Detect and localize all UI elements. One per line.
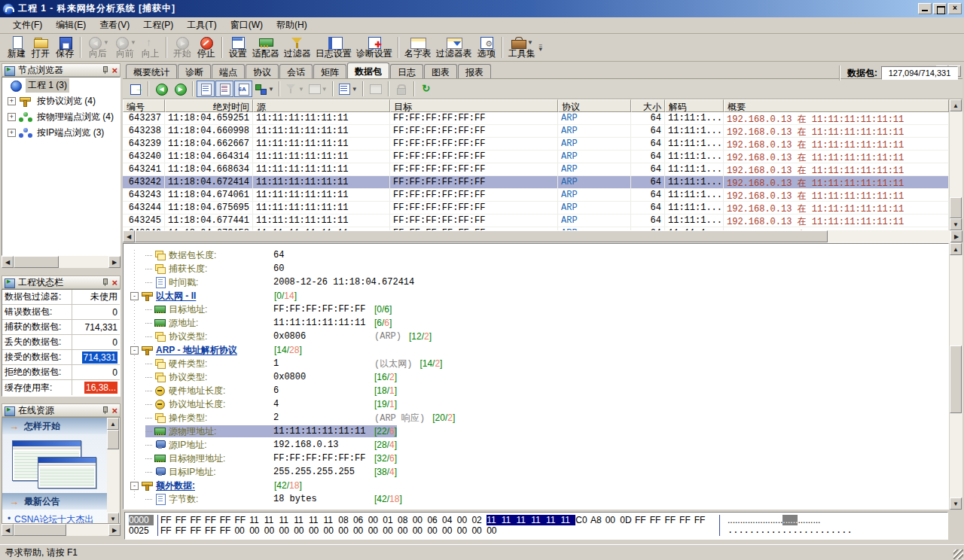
- toolbar-button-up-arrow[interactable]: 向上: [139, 35, 163, 59]
- toolbar-button-settings-window[interactable]: 设置: [226, 35, 250, 59]
- decode-row[interactable]: 协议类型:0x0806(ARP)[12/2]: [130, 330, 948, 343]
- column-header-概要[interactable]: 概要: [724, 99, 949, 112]
- column-header-大小[interactable]: 大小: [631, 99, 665, 112]
- table-row[interactable]: 64324411:18:04.67569511:11:11:11:11:11FF…: [123, 202, 949, 215]
- toolbar-button-forward-arrow[interactable]: ▼向前: [111, 35, 139, 59]
- tab-端点[interactable]: 端点: [212, 64, 245, 78]
- table-row[interactable]: 64324011:18:04.66431411:11:11:11:11:11FF…: [123, 151, 949, 163]
- decode-tree-vscrollbar[interactable]: ▲ ▼: [950, 243, 962, 510]
- menu-item[interactable]: 查看(V): [93, 17, 136, 34]
- column-header-目标[interactable]: 目标: [390, 99, 558, 112]
- node-tree-item[interactable]: 工程 1 (3): [2, 78, 120, 93]
- decode-row[interactable]: -额外数据:[42/18]: [130, 479, 948, 492]
- toolbar-overflow-button[interactable]: ＝ ▼: [538, 36, 548, 59]
- packet-toolbar-display-tree-button[interactable]: ▼: [253, 81, 276, 97]
- menu-item[interactable]: 编辑(E): [49, 17, 93, 34]
- hex-view[interactable]: 0000FFFFFFFFFFFF111111111111080600010800…: [124, 512, 948, 540]
- scroll-down-icon[interactable]: ▼: [107, 513, 119, 524]
- column-header-解码[interactable]: 解码: [665, 99, 724, 112]
- decode-row[interactable]: 源物理地址:11:11:11:11:11:11[22/6]: [130, 425, 948, 438]
- tab-诊断[interactable]: 诊断: [178, 64, 211, 78]
- menu-item[interactable]: 窗口(W): [224, 17, 270, 34]
- toolbar-button-filter-funnel[interactable]: 过滤器: [282, 35, 313, 59]
- decode-row[interactable]: 操作类型:2(ARP 响应)[20/2]: [130, 411, 948, 425]
- table-row[interactable]: 64323911:18:04.66266711:11:11:11:11:11FF…: [123, 138, 949, 151]
- decode-row[interactable]: 源地址:11:11:11:11:11:11[6/6]: [130, 316, 948, 330]
- packet-toolbar-columns-button[interactable]: ▼: [337, 81, 359, 97]
- tab-概要统计[interactable]: 概要统计: [126, 64, 177, 78]
- toolbar-button-start-capture[interactable]: 开始: [170, 35, 194, 59]
- table-row[interactable]: 64324511:18:04.67744111:11:11:11:11:11FF…: [123, 215, 949, 227]
- decode-row[interactable]: 硬件地址长度:6[18/1]: [130, 384, 948, 397]
- toolbar-button-new-document[interactable]: 新建: [5, 35, 29, 59]
- decode-row[interactable]: 目标地址:FF:FF:FF:FF:FF:FF[0/6]: [130, 303, 948, 316]
- toolbar-button-save-floppy[interactable]: 保存: [53, 35, 77, 59]
- resize-grip[interactable]: [953, 549, 963, 559]
- toolbar-button-stop-capture[interactable]: 停止: [194, 35, 218, 59]
- pin-icon[interactable]: [102, 66, 108, 75]
- scroll-up-icon[interactable]: ▲: [950, 243, 962, 255]
- scroll-left-icon[interactable]: ◀: [2, 524, 14, 536]
- tab-图表[interactable]: 图表: [424, 64, 457, 78]
- tab-日志[interactable]: 日志: [390, 64, 423, 78]
- toolbar-button-log-settings[interactable]: 日志设置: [313, 35, 354, 59]
- close-icon[interactable]: ×: [111, 278, 117, 287]
- hex-row[interactable]: 0000FFFFFFFFFFFF111111111111080600010800…: [125, 515, 947, 525]
- decode-row[interactable]: -以太网 - II[0/14]: [130, 289, 948, 303]
- toolbar-button-filter-table[interactable]: 过滤器表: [434, 35, 474, 59]
- packet-toolbar-graph-button[interactable]: [367, 81, 385, 97]
- expand-icon[interactable]: +: [8, 113, 16, 121]
- expand-icon[interactable]: +: [8, 129, 16, 137]
- tab-矩阵[interactable]: 矩阵: [313, 64, 346, 78]
- decode-row[interactable]: -ARP - 地址解析协议[14/28]: [130, 343, 948, 357]
- scroll-right-icon[interactable]: ▶: [108, 524, 120, 536]
- tab-协议[interactable]: 协议: [246, 64, 279, 78]
- tab-会话[interactable]: 会话: [279, 64, 313, 78]
- decode-row[interactable]: 目标IP地址:255.255.255.255[38/4]: [130, 465, 948, 479]
- collapse-icon[interactable]: -: [130, 292, 139, 300]
- hex-row[interactable]: 0025FFFFFFFFFF00000000000000000000000000…: [125, 525, 947, 536]
- expand-icon[interactable]: +: [8, 97, 16, 105]
- collapse-icon[interactable]: -: [130, 482, 139, 490]
- pin-icon[interactable]: [102, 406, 108, 415]
- decode-row[interactable]: 源IP地址:192.168.0.13[28/4]: [130, 438, 948, 452]
- scroll-up-icon[interactable]: ▲: [107, 418, 119, 430]
- resource-bullet-link[interactable]: CSNA论坛十大杰出: [2, 513, 93, 524]
- toolbar-button-toolbox[interactable]: ▼工具集: [506, 35, 538, 59]
- table-row[interactable]: 64323811:18:04.66099811:11:11:11:11:11FF…: [123, 125, 949, 138]
- tab-数据包[interactable]: 数据包: [347, 62, 389, 78]
- decode-row[interactable]: 字节数:18 bytes[42/18]: [130, 492, 948, 506]
- menu-item[interactable]: 帮助(H): [270, 17, 314, 34]
- toolbar-button-back-arrow[interactable]: ▼向后: [84, 35, 111, 59]
- decode-row[interactable]: 目标物理地址:FF:FF:FF:FF:FF:FF[32/6]: [130, 452, 948, 465]
- decode-row[interactable]: 捕获长度:60: [130, 262, 948, 275]
- packet-toolbar-view-detail-button[interactable]: [215, 81, 233, 97]
- menu-item[interactable]: 工程(P): [136, 17, 180, 34]
- toolbar-button-options-window[interactable]: 选项: [474, 35, 499, 59]
- scroll-down-icon[interactable]: ▼: [950, 498, 962, 510]
- scroll-down-icon[interactable]: ▼: [950, 218, 962, 230]
- online-resources-vscrollbar[interactable]: ▲ ▼: [107, 418, 120, 524]
- decode-row[interactable]: 时间戳:2008-12-26 11:18:04.672414: [130, 275, 948, 289]
- toolbar-button-adapter-card[interactable]: 适配器: [250, 35, 282, 59]
- toolbar-button-name-table[interactable]: 名字表: [402, 35, 434, 59]
- packet-toolbar-export-button[interactable]: [127, 81, 145, 97]
- scroll-up-icon[interactable]: ▲: [950, 99, 962, 111]
- packet-toolbar-lock-button[interactable]: [392, 81, 410, 97]
- decode-row[interactable]: 协议地址长度:4[19/1]: [130, 397, 948, 411]
- packet-table-vscrollbar[interactable]: ▲ ▼: [950, 99, 962, 230]
- packet-toolbar-funnel-button[interactable]: ▼: [283, 81, 306, 97]
- close-icon[interactable]: ×: [111, 406, 117, 415]
- table-row[interactable]: 64324211:18:04.67241411:11:11:11:11:11FF…: [123, 176, 949, 189]
- restore-button[interactable]: [933, 3, 947, 14]
- packet-toolbar-view-list-button[interactable]: [197, 81, 215, 97]
- resource-link-latest-news[interactable]: → 最新公告: [2, 493, 109, 510]
- menu-item[interactable]: 工具(T): [180, 17, 223, 34]
- scroll-left-icon[interactable]: ◀: [123, 230, 135, 242]
- decode-row[interactable]: 硬件类型:1(以太网)[14/2]: [130, 357, 948, 370]
- close-button[interactable]: ×: [948, 3, 962, 14]
- tab-报表[interactable]: 报表: [458, 64, 491, 78]
- decode-row[interactable]: 协议类型:0x0800[16/2]: [130, 370, 948, 384]
- close-icon[interactable]: ×: [111, 66, 117, 75]
- table-row[interactable]: 64324311:18:04.67406111:11:11:11:11:11FF…: [123, 189, 949, 202]
